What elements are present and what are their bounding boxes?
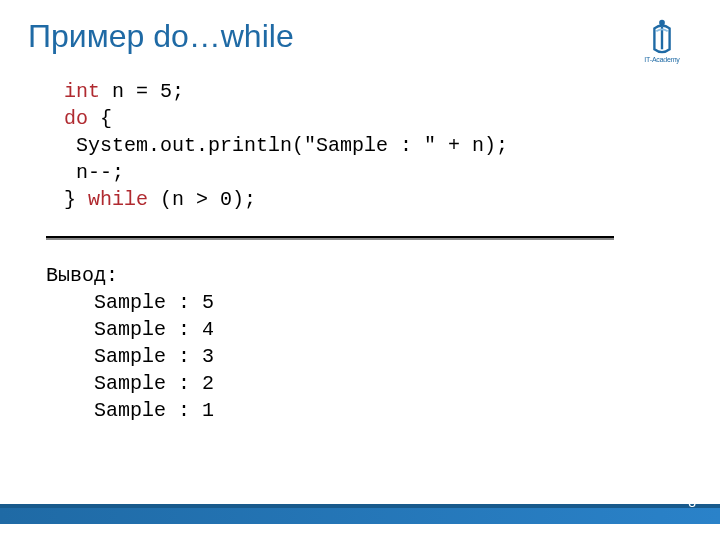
page-number: 8 bbox=[688, 494, 696, 510]
keyword-int: int bbox=[64, 80, 100, 103]
code-while-cond: (n > 0); bbox=[148, 188, 256, 211]
slide: Пример do…while IT-Academy int n = 5; do… bbox=[0, 0, 720, 540]
output-line: Sample : 2 bbox=[46, 372, 214, 395]
code-decrement: n--; bbox=[64, 161, 124, 184]
output-line: Sample : 3 bbox=[46, 345, 214, 368]
output-line: Sample : 4 bbox=[46, 318, 214, 341]
output-block: Вывод: Sample : 5 Sample : 4 Sample : 3 … bbox=[46, 262, 214, 424]
it-academy-icon bbox=[643, 17, 681, 55]
code-block: int n = 5; do { System.out.println("Samp… bbox=[64, 78, 508, 213]
output-line: Sample : 5 bbox=[46, 291, 214, 314]
brand-caption: IT-Academy bbox=[644, 56, 679, 63]
code-println: System.out.println("Sample : " + n); bbox=[64, 134, 508, 157]
output-label: Вывод: bbox=[46, 264, 118, 287]
keyword-while: while bbox=[88, 188, 148, 211]
keyword-do: do bbox=[64, 107, 88, 130]
output-line: Sample : 1 bbox=[46, 399, 214, 422]
brand-logo: IT-Academy bbox=[636, 14, 688, 66]
code-close-brace: } bbox=[64, 188, 88, 211]
code-decl-rest: n = 5; bbox=[100, 80, 184, 103]
divider-line bbox=[46, 236, 614, 238]
code-do-brace: { bbox=[88, 107, 112, 130]
slide-title: Пример do…while bbox=[28, 18, 294, 55]
footer-bar: 8 bbox=[0, 508, 720, 524]
